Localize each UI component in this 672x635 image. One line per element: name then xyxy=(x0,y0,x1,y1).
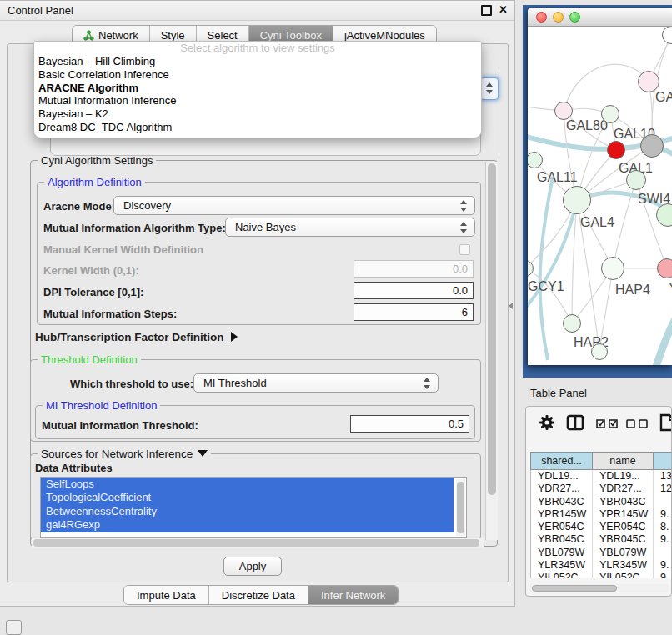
sources-group-toggle[interactable]: Sources for Network Inference xyxy=(38,448,211,460)
spinner-arrows-icon xyxy=(459,222,467,233)
table-horizontal-scrollbar[interactable] xyxy=(530,584,669,592)
tab-label: Select xyxy=(208,29,238,42)
attribute-item[interactable]: SelfLoops xyxy=(41,478,454,491)
zoom-traffic-light[interactable] xyxy=(569,12,580,22)
network-node[interactable] xyxy=(601,257,624,280)
table-row[interactable]: YBR043C YBR043C xyxy=(531,496,672,508)
algorithm-option[interactable]: ARACNE Algorithm xyxy=(34,82,481,95)
network-node[interactable] xyxy=(626,170,646,190)
column-header[interactable]: shared... xyxy=(530,452,592,470)
deselect-all-icon[interactable] xyxy=(626,418,649,432)
table-row[interactable]: YIL052C YIL052C 9 xyxy=(531,572,672,578)
cell-name: YBR043C xyxy=(593,496,654,508)
table-row[interactable]: YLR345W YLR345W 9. xyxy=(531,559,672,572)
split-columns-icon[interactable] xyxy=(566,413,584,435)
settings-vertical-scrollbar[interactable] xyxy=(485,162,498,540)
network-node[interactable] xyxy=(563,314,581,332)
bottom-tab-label: Impute Data xyxy=(137,589,196,602)
manual-kernel-checkbox[interactable] xyxy=(459,244,470,255)
network-node[interactable] xyxy=(657,258,672,278)
network-node[interactable] xyxy=(640,134,664,158)
hidden-combo-spinner[interactable] xyxy=(480,78,499,100)
mi-threshold-field[interactable]: 0.5 xyxy=(350,415,469,432)
table-row[interactable]: YDR27... YDR27... 12 xyxy=(531,482,672,495)
panel-splitter-handle[interactable] xyxy=(509,302,513,309)
cell-value: 8. xyxy=(654,521,672,533)
network-canvas[interactable]: GALGAL80GAL10GAL1GAL11GAL4SWI4GCY1HAP4YH… xyxy=(528,27,672,365)
table-row[interactable]: YER054C YER054C 8. xyxy=(531,521,672,533)
data-attributes-list: SelfLoopsTopologicalCoefficientBetweenne… xyxy=(40,477,467,538)
select-all-icon[interactable] xyxy=(596,418,619,432)
threshold-definition-title: Threshold Definition xyxy=(38,353,141,366)
cell-name: YIL052C xyxy=(593,572,654,578)
tab-label: jActiveMNodules xyxy=(344,29,425,42)
network-window-titlebar[interactable] xyxy=(528,8,672,27)
hidden-groupbox-edge xyxy=(499,68,499,155)
cell-name: YPR145W xyxy=(593,508,654,521)
algorithm-option-list: Bayesian – Hill ClimbingBasic Correlatio… xyxy=(34,55,481,134)
minimized-panel-icon[interactable] xyxy=(6,620,22,635)
attributes-scrollbar-thumb[interactable] xyxy=(457,482,464,533)
cell-name: YBR045C xyxy=(593,533,654,546)
dpi-tolerance-label: DPI Tolerance [0,1]: xyxy=(43,286,143,298)
attribute-table: shared...nameA YDL19... YDL19... 13 YDR2… xyxy=(530,452,672,578)
mi-type-value: Naive Bayes xyxy=(235,221,296,233)
close-window-icon[interactable]: ✕ xyxy=(499,4,508,16)
which-threshold-label: Which threshold to use: xyxy=(70,378,193,390)
mi-steps-field[interactable]: 6 xyxy=(354,303,474,321)
control-panel-titlebar: Control Panel ✕ xyxy=(0,1,514,21)
table-horizontal-scrollbar-thumb[interactable] xyxy=(532,585,617,592)
new-table-icon[interactable] xyxy=(659,413,672,435)
kernel-width-field[interactable]: 0.0 xyxy=(354,260,474,278)
attribute-item[interactable]: gal4RGexp xyxy=(41,518,454,532)
attribute-item[interactable]: BetweennessCentrality xyxy=(41,505,454,518)
algorithm-option[interactable]: Basic Correlation Inference xyxy=(34,68,481,82)
attribute-table-rows: YDL19... YDL19... 13 YDR27... YDR27... 1… xyxy=(530,470,672,578)
sources-group-title: Sources for Network Inference xyxy=(41,448,193,460)
network-view-window: GALGAL80GAL10GAL1GAL11GAL4SWI4GCY1HAP4YH… xyxy=(528,8,672,365)
minimize-traffic-light[interactable] xyxy=(553,12,564,22)
column-header[interactable]: A xyxy=(653,452,672,470)
network-node-label: GCY1 xyxy=(528,279,564,294)
network-node[interactable] xyxy=(601,105,619,123)
table-panel: shared...nameA YDL19... YDL19... 13 YDR2… xyxy=(525,406,672,597)
aracne-mode-value: Discovery xyxy=(123,199,171,212)
cell-value: 12 xyxy=(654,482,672,495)
aracne-mode-select[interactable]: Discovery xyxy=(113,196,475,215)
mi-type-select[interactable]: Naive Bayes xyxy=(225,218,475,237)
settings-horizontal-scrollbar[interactable] xyxy=(32,538,484,548)
column-header[interactable]: name xyxy=(592,452,653,470)
network-node[interactable] xyxy=(607,141,625,159)
algorithm-option[interactable]: Dream8 DC_TDC Algorithm xyxy=(34,121,481,134)
bottom-tab[interactable]: Impute Data xyxy=(124,586,209,604)
dpi-tolerance-field[interactable]: 0.0 xyxy=(354,282,474,299)
table-row[interactable]: YPR145W YPR145W 9. xyxy=(531,508,672,521)
mi-steps-label: Mutual Information Steps: xyxy=(43,308,177,320)
network-node[interactable] xyxy=(591,343,608,360)
table-row[interactable]: YBL079W YBL079W xyxy=(531,547,672,559)
algorithm-option[interactable]: Bayesian – Hill Climbing xyxy=(34,55,481,68)
algorithm-option[interactable]: Mutual Information Inference xyxy=(34,94,481,108)
bottom-tab[interactable]: Discretize Data xyxy=(209,586,308,604)
network-node[interactable] xyxy=(563,186,591,214)
gear-icon[interactable] xyxy=(538,413,556,435)
settings-horizontal-scrollbar-thumb[interactable] xyxy=(33,539,479,547)
close-traffic-light[interactable] xyxy=(536,12,547,22)
network-node[interactable] xyxy=(554,102,573,120)
kernel-width-label: Kernel Width (0,1): xyxy=(43,264,139,277)
table-row[interactable]: YDL19... YDL19... 13 xyxy=(531,470,672,482)
float-window-icon[interactable] xyxy=(481,5,492,16)
cell-value xyxy=(654,496,672,508)
settings-vertical-scrollbar-thumb[interactable] xyxy=(488,163,496,495)
apply-button[interactable]: Apply xyxy=(223,557,282,576)
table-row[interactable]: YBR045C YBR045C 9. xyxy=(531,533,672,546)
attribute-item[interactable]: TopologicalCoefficient xyxy=(41,491,454,504)
bottom-tab[interactable]: Infer Network xyxy=(308,586,398,604)
cell-shared-name: YIL052C xyxy=(531,572,593,578)
hub-section-toggle[interactable]: Hub/Transcription Factor Definition xyxy=(35,331,238,343)
algorithm-option[interactable]: Bayesian – K2 xyxy=(34,108,481,121)
manual-kernel-label: Manual Kernel Width Definition xyxy=(43,243,203,256)
attributes-scrollbar[interactable] xyxy=(456,479,465,536)
collapse-down-icon xyxy=(198,450,208,457)
which-threshold-select[interactable]: MI Threshold xyxy=(193,373,439,392)
